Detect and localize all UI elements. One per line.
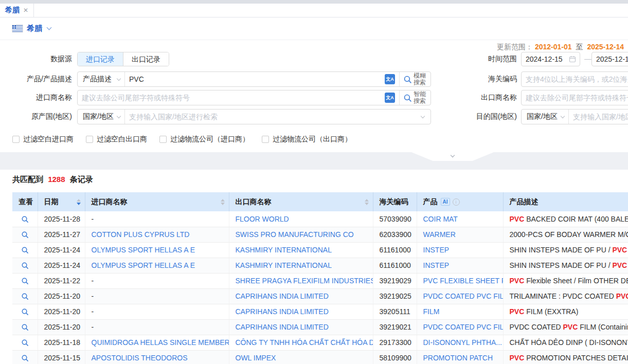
exporter-link[interactable]: OWL IMPEX <box>236 354 276 362</box>
view-record-icon[interactable] <box>21 354 29 362</box>
cell-product: COIR MAT <box>417 211 503 227</box>
exporter-link[interactable]: CAPRIHANS INDIA LIMITED <box>236 307 329 316</box>
cell-exporter: OWL IMPEX <box>229 350 373 364</box>
checkbox-filter-blank-exporter[interactable]: 过滤空白出口商 <box>86 135 147 144</box>
cell-view <box>12 227 38 242</box>
checkbox-icon[interactable] <box>262 136 269 143</box>
exporter-link[interactable]: SWISS PRO MANUFACTURING CO <box>236 230 354 239</box>
sort-carets[interactable] <box>77 199 81 205</box>
product-link[interactable]: PVC FLEXIBLE SHEET F... <box>423 277 504 285</box>
view-record-icon[interactable] <box>21 246 29 254</box>
product-link[interactable]: PVDC COATED PVC FIL... <box>423 292 504 300</box>
checkbox-filter-logistics-importer[interactable]: 过滤物流公司（进口商） <box>159 135 249 144</box>
sort-carets[interactable] <box>365 199 369 205</box>
cell-description: PVDC COATED PVC FILM (Containin... <box>503 319 628 335</box>
cell-importer: - <box>85 288 229 304</box>
tab-bar: 希腊 ✕ <box>0 4 628 17</box>
collapse-form-button[interactable] <box>411 152 494 161</box>
result-count: 1288 <box>48 175 65 184</box>
sort-carets[interactable] <box>221 199 225 205</box>
exporter-link[interactable]: CAPRIHANS INDIA LIMITED <box>236 323 329 331</box>
exporter-link[interactable]: FLOOR WORLD <box>236 215 289 223</box>
checkbox-label: 过滤空白进口商 <box>23 135 74 144</box>
product-link[interactable]: COIR MAT <box>423 215 458 223</box>
cell-date: 2025-11-20 <box>38 288 85 304</box>
translate-icon[interactable]: 文A <box>385 93 395 103</box>
importer-link[interactable]: OLYMPUS SPORT HELLAS A E <box>92 246 195 254</box>
cell-view <box>12 319 38 335</box>
cell-product: INSTEP <box>417 258 503 273</box>
chevron-down-icon[interactable] <box>421 114 425 118</box>
importer-link[interactable]: OLYMPUS SPORT HELLAS A E <box>92 261 195 269</box>
checkbox-icon[interactable] <box>159 136 167 143</box>
product-link[interactable]: WARMER <box>423 230 456 239</box>
translate-icon[interactable]: 文A <box>385 74 395 84</box>
cell-view <box>12 242 38 258</box>
checkbox-label: 过滤物流公司（进口商） <box>170 135 249 144</box>
smart-search-button[interactable]: 智能搜索 <box>399 90 430 105</box>
origin-label: 原产国(地区) <box>0 112 72 121</box>
cell-exporter: SWISS PRO MANUFACTURING CO <box>229 227 373 242</box>
greece-flag-icon <box>12 25 23 32</box>
checkbox-filter-blank-importer[interactable]: 过滤空白进口商 <box>12 135 74 144</box>
update-range-label: 更新范围： <box>497 43 533 51</box>
close-icon[interactable]: ✕ <box>23 7 28 14</box>
origin-input[interactable] <box>125 110 421 124</box>
chevron-down-icon[interactable] <box>47 25 52 30</box>
product-search-input[interactable] <box>125 72 385 86</box>
exporter-link[interactable]: CAPRIHANS INDIA LIMITED <box>236 292 329 300</box>
exporter-link[interactable]: CÔNG TY TNHH HÓA CHẤT CHẤT HÓA DẺ... <box>236 338 373 347</box>
calendar-icon[interactable] <box>569 56 576 64</box>
view-record-icon[interactable] <box>21 339 29 347</box>
info-icon[interactable]: i <box>453 198 460 206</box>
importer-input[interactable] <box>78 90 385 105</box>
date-end-input[interactable] <box>591 52 628 66</box>
cell-description: PVC BACKED COIR MAT (400 BALES)... <box>503 211 628 227</box>
exporter-link[interactable]: SHREE PRAGYA FLEXIFILM INDUSTRIES <box>236 277 373 285</box>
cell-exporter: CAPRIHANS INDIA LIMITED <box>229 304 373 319</box>
ai-badge: AI <box>441 198 450 206</box>
checkbox-icon[interactable] <box>86 136 93 143</box>
cell-description: 2000-PCS OF BODAY WARMER M/O ... <box>503 227 628 242</box>
product-link[interactable]: DI-ISONONYL PHTHA... <box>423 338 503 347</box>
destination-input[interactable] <box>569 110 628 124</box>
filter-checkbox-row: 过滤空白进口商 过滤空白出口商 过滤物流公司（进口商） 过滤物流公司（出口商） <box>12 135 352 144</box>
exporter-link[interactable]: KASHMIRY INTERNATIONAL <box>236 246 332 254</box>
importer-link[interactable]: APOSTOLIDIS THEODOROS <box>92 354 188 362</box>
product-link[interactable]: FILM <box>423 307 440 316</box>
importer-link[interactable]: QUIMIDROGA HELLAS SINGLE MEMBER PC <box>92 338 229 347</box>
view-record-icon[interactable] <box>21 262 29 269</box>
fuzzy-search-button[interactable]: 模糊搜索 <box>399 72 430 86</box>
cell-product: FILM <box>417 304 503 319</box>
table-row: 2025-11-22-SHREE PRAGYA FLEXIFILM INDUST… <box>12 273 628 288</box>
exporter-input[interactable] <box>521 90 628 105</box>
cell-description: CHẤT HÓA DẺO DINP ( DI-ISONONY... <box>503 335 628 350</box>
origin-type-select[interactable]: 国家/地区 <box>78 110 125 124</box>
column-header-2[interactable]: 进口商名称 <box>85 192 229 211</box>
update-range-to: 至 <box>576 43 583 51</box>
cell-description: PVC Flexible Sheet / Film OTHER DET... <box>503 273 628 288</box>
tab-greece[interactable]: 希腊 ✕ <box>0 4 34 17</box>
destination-type-select[interactable]: 国家/地区 <box>522 110 569 124</box>
view-record-icon[interactable] <box>21 308 29 316</box>
product-link[interactable]: PROMOTION PATCH <box>423 354 493 362</box>
product-link[interactable]: INSTEP <box>423 261 450 269</box>
checkbox-filter-logistics-exporter[interactable]: 过滤物流公司（出口商） <box>262 135 352 144</box>
importer-link[interactable]: COTTON PLUS CYPRUS LTD <box>92 230 190 239</box>
view-record-icon[interactable] <box>21 231 29 239</box>
view-record-icon[interactable] <box>21 323 29 331</box>
view-record-icon[interactable] <box>21 293 29 300</box>
search-icon <box>403 94 412 102</box>
view-record-icon[interactable] <box>21 215 29 223</box>
checkbox-icon[interactable] <box>12 136 20 143</box>
tab-export-records[interactable]: 出口记录 <box>123 52 169 66</box>
tab-import-records[interactable]: 进口记录 <box>78 52 123 66</box>
product-link[interactable]: INSTEP <box>423 246 450 254</box>
product-type-select[interactable]: 产品描述 <box>78 72 125 86</box>
exporter-link[interactable]: KASHMIRY INTERNATIONAL <box>236 261 332 269</box>
product-link[interactable]: PVDC COATED PVC FIL... <box>423 323 504 331</box>
hs-code-input[interactable] <box>521 71 628 87</box>
column-header-1[interactable]: 日期 <box>38 192 85 211</box>
view-record-icon[interactable] <box>21 277 29 285</box>
column-header-3[interactable]: 出口商名称 <box>229 192 373 211</box>
